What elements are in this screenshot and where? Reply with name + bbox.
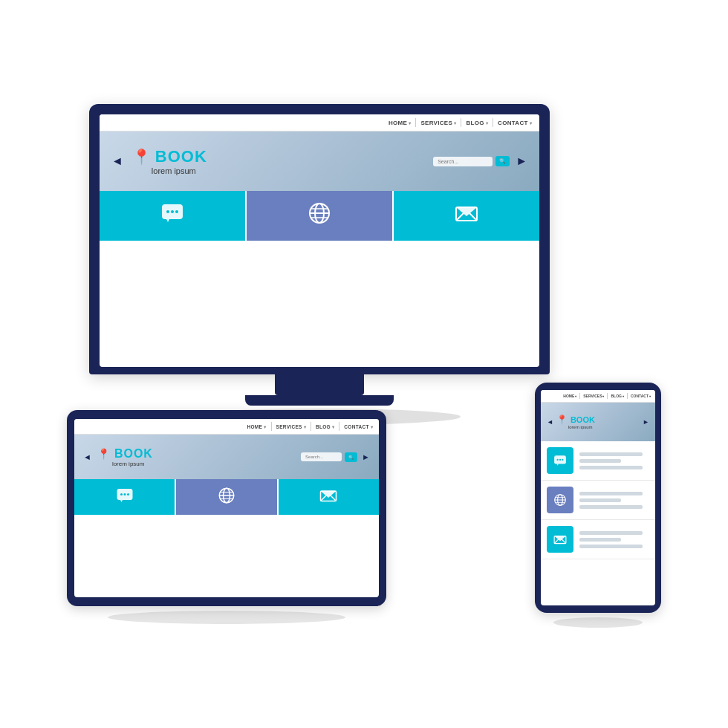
chevron-icon: ▾ xyxy=(454,120,456,126)
chevron-icon: ▾ xyxy=(623,394,624,398)
desktop-cards xyxy=(100,191,539,241)
scene: HOME ▾ SERVICES ▾ BLOG ▾ CONT xyxy=(45,59,683,669)
svg-line-13 xyxy=(469,213,477,221)
chat-icon xyxy=(160,201,184,230)
phone-nav-blog[interactable]: BLOG ▾ xyxy=(611,394,623,398)
nav-divider xyxy=(461,118,461,127)
tablet-outer: HOME ▾ SERVICES ▾ BLOG ▾ CONT xyxy=(67,410,386,606)
svg-point-15 xyxy=(120,493,123,495)
phone-prev-arrow[interactable]: ◄ xyxy=(547,418,553,426)
tab-nav-contact[interactable]: CONTACT ▾ xyxy=(344,424,373,429)
text-line xyxy=(579,492,643,495)
tablet-search-input[interactable] xyxy=(301,452,342,461)
svg-point-2 xyxy=(171,210,174,213)
chevron-icon: ▾ xyxy=(371,424,373,429)
prev-arrow[interactable]: ◄ xyxy=(111,155,123,168)
desktop-base xyxy=(245,395,394,406)
phone-nav: HOME ▾ SERVICES ▾ BLOG ▾ CONT xyxy=(541,390,655,403)
phone-shadow xyxy=(553,617,643,628)
nav-blog[interactable]: BLOG ▾ xyxy=(466,120,488,126)
svg-marker-18 xyxy=(120,500,123,502)
tablet-card-globe[interactable] xyxy=(176,479,278,515)
svg-line-40 xyxy=(554,539,559,544)
svg-point-29 xyxy=(557,459,559,461)
chevron-icon: ▾ xyxy=(530,120,532,126)
nav-divider xyxy=(271,422,272,431)
pin-icon: 📍 xyxy=(97,448,110,460)
phone-device: HOME ▾ SERVICES ▾ BLOG ▾ CONT xyxy=(535,383,661,628)
mail-icon xyxy=(319,487,337,507)
search-button[interactable]: 🔍 xyxy=(495,156,510,166)
list-item[interactable] xyxy=(541,520,655,559)
svg-line-26 xyxy=(321,495,327,501)
tab-nav-blog[interactable]: BLOG ▾ xyxy=(316,424,334,429)
svg-marker-32 xyxy=(557,464,559,466)
tab-prev-arrow[interactable]: ◄ xyxy=(83,452,91,461)
hero-subtitle: lorem ipsum xyxy=(568,425,595,429)
tab-nav-home[interactable]: HOME ▾ xyxy=(247,424,267,429)
phone-next-arrow[interactable]: ► xyxy=(643,418,649,426)
nav-home[interactable]: HOME ▾ xyxy=(389,120,412,126)
chevron-icon: ▾ xyxy=(575,394,576,398)
tablet-hero-brand: 📍 BOOK xyxy=(97,447,153,461)
phone-outer: HOME ▾ SERVICES ▾ BLOG ▾ CONT xyxy=(535,383,661,613)
desktop-device: HOME ▾ SERVICES ▾ BLOG ▾ CONT xyxy=(89,104,550,425)
tab-nav-services[interactable]: SERVICES ▾ xyxy=(276,424,306,429)
hero-content: 📍 BOOK lorem ipsum xyxy=(132,147,207,175)
mail-icon xyxy=(547,526,573,553)
svg-marker-11 xyxy=(456,207,477,216)
phone-list xyxy=(541,441,655,559)
nav-divider xyxy=(627,393,628,399)
list-item[interactable] xyxy=(541,441,655,481)
tablet-card-mail[interactable] xyxy=(279,479,379,515)
card-globe[interactable] xyxy=(247,191,394,241)
text-line xyxy=(579,545,643,548)
svg-line-12 xyxy=(456,213,464,221)
phone-screen: HOME ▾ SERVICES ▾ BLOG ▾ CONT xyxy=(541,390,655,605)
nav-divider xyxy=(579,393,580,399)
pin-icon: 📍 xyxy=(132,148,151,166)
svg-point-3 xyxy=(175,210,178,213)
tablet-device: HOME ▾ SERVICES ▾ BLOG ▾ CONT xyxy=(67,410,386,624)
chevron-icon: ▾ xyxy=(264,424,266,429)
text-line xyxy=(579,459,621,463)
tablet-card-chat[interactable] xyxy=(74,479,176,515)
card-chat[interactable] xyxy=(100,191,247,241)
tab-next-arrow[interactable]: ► xyxy=(362,452,370,461)
globe-icon xyxy=(308,201,331,230)
tablet-search-btn[interactable]: 🔍 xyxy=(345,452,357,462)
chevron-icon: ▾ xyxy=(486,120,488,126)
tablet-screen: HOME ▾ SERVICES ▾ BLOG ▾ CONT xyxy=(74,419,379,597)
phone-hero-brand: 📍 BOOK xyxy=(556,415,595,425)
next-arrow[interactable]: ► xyxy=(516,155,527,168)
chevron-icon: ▾ xyxy=(304,424,306,429)
nav-divider xyxy=(415,118,416,127)
search-input[interactable] xyxy=(433,157,493,166)
phone-nav-contact[interactable]: CONTACT ▾ xyxy=(631,394,651,398)
nav-contact[interactable]: CONTACT ▾ xyxy=(498,120,532,126)
chevron-icon: ▾ xyxy=(649,394,651,398)
svg-line-41 xyxy=(562,539,566,544)
brand-title: BOOK xyxy=(114,447,153,461)
svg-marker-39 xyxy=(554,536,566,542)
text-line xyxy=(579,452,643,456)
card-mail[interactable] xyxy=(394,191,539,241)
chevron-icon: ▾ xyxy=(602,394,604,398)
nav-divider xyxy=(493,118,493,127)
hero-brand: 📍 BOOK xyxy=(132,147,207,166)
chat-icon xyxy=(547,447,573,474)
tablet-nav: HOME ▾ SERVICES ▾ BLOG ▾ CONT xyxy=(74,419,379,435)
globe-icon xyxy=(547,487,573,513)
phone-nav-home[interactable]: HOME ▾ xyxy=(563,394,576,398)
list-text-lines xyxy=(579,531,649,548)
tablet-hero-content: 📍 BOOK lorem ipsum xyxy=(97,447,153,467)
phone-nav-services[interactable]: SERVICES ▾ xyxy=(583,394,604,398)
list-item[interactable] xyxy=(541,481,655,520)
tablet-cards xyxy=(74,479,379,515)
desktop-hero: ◄ 📍 BOOK lorem ipsum 🔍 xyxy=(100,131,539,191)
list-text-lines xyxy=(579,452,649,469)
desktop-nav: HOME ▾ SERVICES ▾ BLOG ▾ CONT xyxy=(100,114,539,131)
svg-point-31 xyxy=(562,459,563,461)
nav-services[interactable]: SERVICES ▾ xyxy=(420,120,456,126)
svg-point-16 xyxy=(123,493,126,495)
